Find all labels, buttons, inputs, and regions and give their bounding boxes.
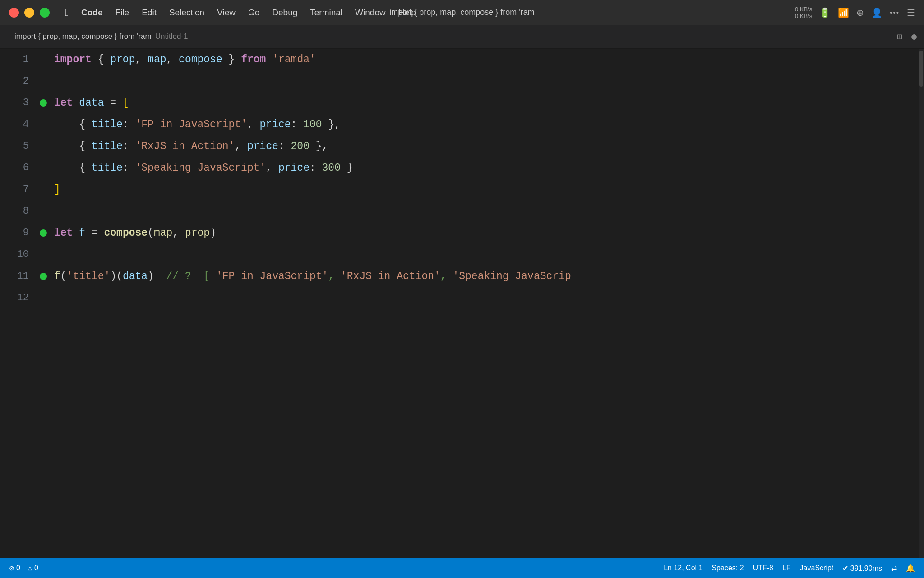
menu-terminal[interactable]: Terminal [304,6,349,19]
editor: 1 2 3 4 5 6 7 8 9 10 11 12 [0,49,924,558]
code-editor[interactable]: import { prop , map , compose } from 'ra… [51,49,919,558]
menu-file[interactable]: File [109,6,136,19]
close-button[interactable] [9,8,19,18]
menu-debug[interactable]: Debug [266,6,304,19]
traffic-lights [9,8,50,18]
gutter-7 [36,179,51,200]
line-number-8: 8 [0,200,29,222]
warning-count[interactable]: △ 0 [28,564,38,572]
code-line-5: { title : 'RxJS in Action' , price : 200… [51,135,919,157]
line-number-12: 12 [0,287,29,309]
line-number-10: 10 [0,244,29,266]
language-mode[interactable]: JavaScript [800,564,834,572]
gutter-2 [36,70,51,92]
list-icon: ☰ [907,7,915,18]
line-number-11: 11 [0,266,29,287]
menu-bar:  Code File Edit Selection View Go Debug… [59,5,422,20]
timing: ✔ 391.90ms [842,564,882,573]
code-line-12 [51,287,919,309]
sync-icon[interactable]: ⇄ [891,564,897,573]
gutter-5 [36,135,51,157]
tab-filename: Untitled-1 [155,32,188,41]
code-line-9: let f = compose ( map , prop ) [51,222,919,244]
error-count[interactable]: ⊗ 0 [9,564,20,572]
line-number-3: 3 [0,92,29,114]
apple-menu[interactable]:  [59,5,75,20]
debug-breakpoint-9[interactable] [40,229,47,237]
debug-breakpoint-11[interactable] [40,273,47,280]
more-icon: ••• [890,9,900,16]
cursor-position[interactable]: Ln 12, Col 1 [664,564,702,572]
tabbar: import { prop, map, compose } from 'ram … [0,25,924,49]
gutter-12 [36,287,51,309]
line-numbers: 1 2 3 4 5 6 7 8 9 10 11 12 [0,49,36,558]
battery-icon: 🔋 [819,7,831,18]
gutter-8 [36,200,51,222]
debug-breakpoint-3[interactable] [40,99,47,107]
indentation[interactable]: Spaces: 2 [711,564,744,572]
gutter-3 [36,92,51,114]
line-number-6: 6 [0,157,29,179]
code-line-4: { title : 'FP in JavaScript' , price : 1… [51,114,919,135]
bell-icon[interactable]: 🔔 [906,564,915,573]
line-number-5: 5 [0,135,29,157]
line-number-7: 7 [0,179,29,200]
status-left: ⊗ 0 △ 0 [9,564,38,572]
network-stats: 0 KB/s 0 KB/s [795,6,812,19]
split-editor-icon[interactable]: ⊞ [897,31,902,42]
screen-icon: ⊕ [856,7,864,18]
menu-code[interactable]: Code [75,6,109,19]
eol[interactable]: LF [782,564,791,572]
line-number-2: 2 [0,70,29,92]
code-line-7: ] [51,179,919,200]
gutter-11 [36,266,51,287]
menu-go[interactable]: Go [242,6,266,19]
error-number: 0 [16,564,20,572]
titlebar-right: 0 KB/s 0 KB/s 🔋 📶 ⊕ 👤 ••• ☰ [795,6,915,19]
code-line-8 [51,200,919,222]
scrollbar-thumb[interactable] [919,51,923,87]
scrollbar[interactable] [919,49,924,558]
error-icon: ⊗ [9,564,14,572]
gutter-1 [36,49,51,70]
code-line-3: let data = [ [51,92,919,114]
kb-up: 0 KB/s [795,6,812,13]
warning-icon: △ [28,564,32,572]
kb-down: 0 KB/s [795,13,812,19]
gutter-4 [36,114,51,135]
line-number-4: 4 [0,114,29,135]
line-number-9: 9 [0,222,29,244]
active-tab[interactable]: import { prop, map, compose } from 'ram … [7,29,195,45]
gutter-6 [36,157,51,179]
code-line-2 [51,70,919,92]
code-line-1: import { prop , map , compose } from 'ra… [51,49,919,70]
menu-view[interactable]: View [211,6,242,19]
warning-number: 0 [34,564,38,572]
titlebar:  Code File Edit Selection View Go Debug… [0,0,924,25]
line-number-1: 1 [0,49,29,70]
code-line-10 [51,244,919,266]
tabbar-actions: ⊞ [897,31,917,42]
window-title: import { prop, map, compose } from 'ram [389,8,535,17]
status-right: Ln 12, Col 1 Spaces: 2 UTF-8 LF JavaScri… [664,564,915,573]
code-line-6: { title : 'Speaking JavaScript' , price … [51,157,919,179]
statusbar: ⊗ 0 △ 0 Ln 12, Col 1 Spaces: 2 UTF-8 LF … [0,558,924,578]
debug-gutter [36,49,51,558]
wifi-icon: 📶 [838,7,849,18]
menu-selection[interactable]: Selection [163,6,211,19]
unsaved-indicator [911,34,917,40]
tab-title: import { prop, map, compose } from 'ram [14,32,152,41]
encoding[interactable]: UTF-8 [753,564,773,572]
maximize-button[interactable] [40,8,50,18]
gutter-9 [36,222,51,244]
user-icon: 👤 [871,7,882,18]
minimize-button[interactable] [24,8,34,18]
menu-window[interactable]: Window [349,6,392,19]
menu-edit[interactable]: Edit [135,6,163,19]
gutter-10 [36,244,51,266]
code-line-11: f ( 'title' ) ( data ) // ? [ 'FP in Jav… [51,266,919,287]
keyword-import: import [54,54,92,65]
